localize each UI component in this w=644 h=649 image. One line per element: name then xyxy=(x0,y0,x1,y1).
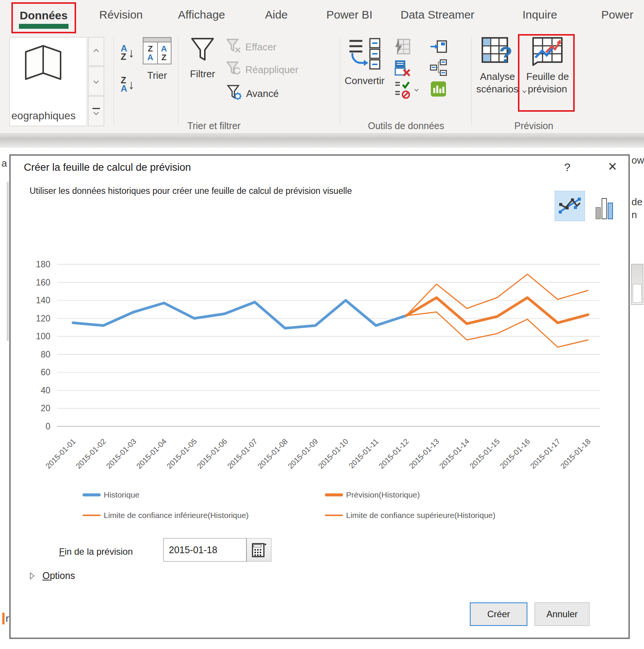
background-text-fragment: a xyxy=(2,158,7,169)
ribbon-tab-4[interactable]: Aide xyxy=(265,8,288,21)
svg-text:2015-01-02: 2015-01-02 xyxy=(74,437,108,470)
clear-filter-label: Effacer xyxy=(245,41,276,53)
svg-text:180: 180 xyxy=(36,259,50,269)
filter-button[interactable]: Filtrer xyxy=(186,37,220,80)
forecast-chart: 0204060801001201401601802015-01-012015-0… xyxy=(24,231,607,512)
data-validation-dropdown-icon[interactable] xyxy=(414,87,418,91)
group-label-forecast: Prévision xyxy=(471,120,596,131)
forecast-end-input[interactable] xyxy=(163,538,246,562)
data-validation-icon[interactable] xyxy=(394,80,411,98)
cancel-button[interactable]: Annuler xyxy=(535,602,589,626)
gallery-scroll-down-button[interactable] xyxy=(88,67,104,95)
forecast-sheet-icon xyxy=(530,64,565,70)
clear-filter-button[interactable]: Effacer xyxy=(226,39,276,55)
text-to-columns-button[interactable]: Convertir xyxy=(344,36,385,87)
chart-type-bar-button[interactable] xyxy=(593,194,616,219)
legend-item: Historique xyxy=(83,490,140,499)
legend-swatch xyxy=(325,515,343,516)
create-button[interactable]: Créer xyxy=(470,602,527,626)
help-button[interactable]: ? xyxy=(564,161,571,174)
what-if-analysis-button[interactable]: ? Analyse scénarios xyxy=(476,36,519,95)
svg-text:2015-01-18: 2015-01-18 xyxy=(559,437,592,470)
svg-text:2015-01-09: 2015-01-09 xyxy=(286,437,320,470)
legend-item: Limite de confiance inférieure(Historiqu… xyxy=(83,511,249,520)
advanced-filter-button[interactable]: Avancé xyxy=(226,85,279,102)
gallery-item-label: eographiques xyxy=(11,110,76,122)
text-to-columns-label: Convertir xyxy=(344,75,385,87)
options-label: Options xyxy=(42,570,75,581)
svg-text:2015-01-01: 2015-01-01 xyxy=(44,437,77,470)
close-icon[interactable]: × xyxy=(608,159,617,174)
ribbon-tab-2[interactable]: Révision xyxy=(99,8,143,21)
filter-button-label: Filtrer xyxy=(186,68,220,80)
background-text-fragment: de xyxy=(632,196,642,208)
formula-bar-strip xyxy=(0,133,644,148)
forecast-end-label: Fin de la prévision xyxy=(59,546,133,557)
dialog-title: Créer la feuille de calcul de prévision xyxy=(24,162,191,173)
consolidate-icon[interactable] xyxy=(430,38,447,56)
funnel-reapply-icon xyxy=(226,61,242,78)
svg-text:2015-01-10: 2015-01-10 xyxy=(317,437,350,470)
ribbon: DonnéesRévisionAffichageAidePower BIData… xyxy=(0,0,644,133)
chevron-down-icon xyxy=(94,110,99,115)
create-forecast-dialog: Créer la feuille de calcul de prévision … xyxy=(9,154,630,639)
ribbon-tab-5[interactable]: Power BI xyxy=(326,8,373,21)
more-bar-icon xyxy=(92,108,100,109)
sort-za-icon: ZA xyxy=(121,76,127,92)
options-expander[interactable]: Options xyxy=(30,570,75,581)
chevron-down-icon xyxy=(522,89,526,93)
legend-swatch xyxy=(83,515,101,516)
ribbon-tab-7[interactable]: Inquire xyxy=(522,8,557,21)
svg-text:160: 160 xyxy=(36,278,50,287)
svg-text:2015-01-07: 2015-01-07 xyxy=(226,437,259,470)
gallery-more-button[interactable] xyxy=(88,96,104,126)
ribbon-tab-8[interactable]: Power xyxy=(601,8,633,21)
background-text-fragment: n xyxy=(632,209,637,221)
funnel-icon xyxy=(190,58,215,64)
funnel-gear-icon xyxy=(226,85,242,102)
svg-text:100: 100 xyxy=(36,331,50,341)
text-to-columns-icon xyxy=(347,66,382,72)
svg-text:120: 120 xyxy=(36,314,50,323)
group-label-data-tools: Outils de données xyxy=(341,120,471,131)
ribbon-tab-1[interactable]: Données xyxy=(11,2,76,33)
ribbon-body: eographiques AZ↓ ZA↓ ZA AZ xyxy=(0,35,644,126)
svg-text:140: 140 xyxy=(36,295,50,305)
ribbon-tab-6[interactable]: Data Streamer xyxy=(401,8,474,21)
chart-type-line-button[interactable] xyxy=(555,191,585,221)
background-text-fragment: ow xyxy=(632,154,644,166)
relationships-icon[interactable] xyxy=(430,59,447,77)
svg-text:2015-01-15: 2015-01-15 xyxy=(468,437,501,470)
svg-text:2015-01-16: 2015-01-16 xyxy=(498,437,532,470)
sort-button-label: Trier xyxy=(141,70,173,81)
excel-window: DonnéesRévisionAffichageAidePower BIData… xyxy=(0,0,644,649)
data-types-gallery[interactable]: eographiques xyxy=(9,37,87,126)
disclosure-triangle-icon xyxy=(30,572,35,580)
reapply-filter-label: Réappliquer xyxy=(245,64,298,76)
svg-text:2015-01-08: 2015-01-08 xyxy=(256,437,289,470)
remove-duplicates-icon[interactable] xyxy=(394,59,411,77)
sort-az-button[interactable]: AZ↓ xyxy=(117,38,139,67)
sort-az-icon: AZ xyxy=(121,44,127,61)
what-if-analysis-label: Analyse scénarios xyxy=(476,70,519,95)
data-model-icon[interactable] xyxy=(430,80,447,98)
svg-text:2015-01-03: 2015-01-03 xyxy=(104,437,138,470)
sort-button[interactable]: ZA AZ Trier xyxy=(141,37,173,81)
reapply-filter-button[interactable]: Réappliquer xyxy=(226,61,298,78)
forecast-sheet-button[interactable]: Feuille de prévision xyxy=(526,36,569,95)
background-scrollbar[interactable] xyxy=(631,264,643,305)
sort-za-button[interactable]: ZA↓ xyxy=(117,70,139,99)
svg-text:0: 0 xyxy=(45,421,50,431)
svg-text:60: 60 xyxy=(41,367,50,377)
dialog-subtitle: Utiliser les données historiques pour cr… xyxy=(30,186,352,196)
ribbon-tab-3[interactable]: Affichage xyxy=(178,8,225,21)
advanced-filter-label: Avancé xyxy=(246,88,279,100)
gallery-scroll-column xyxy=(88,37,104,126)
svg-text:2015-01-11: 2015-01-11 xyxy=(347,437,380,470)
svg-text:2015-01-05: 2015-01-05 xyxy=(165,437,198,470)
flash-fill-icon[interactable] xyxy=(394,38,411,56)
svg-text:80: 80 xyxy=(41,349,50,359)
svg-text:2015-01-13: 2015-01-13 xyxy=(407,437,441,470)
calendar-picker-button[interactable] xyxy=(246,538,271,562)
gallery-scroll-up-button[interactable] xyxy=(88,37,104,66)
